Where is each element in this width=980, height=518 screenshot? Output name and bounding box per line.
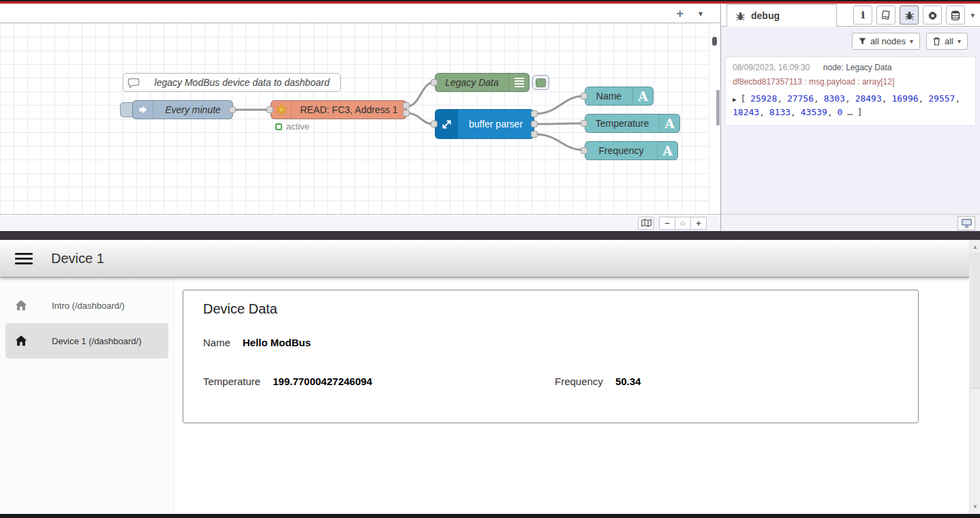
wire[interactable]: [535, 134, 583, 150]
port-parser-out3[interactable]: [531, 131, 538, 138]
canvas-scrollbar: [709, 23, 720, 214]
sidebar-menu-caret-icon[interactable]: ▾: [970, 11, 975, 20]
port-name-in[interactable]: [581, 93, 587, 100]
ui-text-label: Name: [585, 91, 632, 102]
modbus-read-node[interactable]: READ: FC3, Address 1: [271, 100, 407, 119]
dashboard-nav: Intro (/dashboard/) Device 1 (/dashboard…: [0, 278, 174, 514]
inject-node[interactable]: Every minute: [132, 100, 233, 119]
debug-filter-row: all nodes ▾ all ▾: [721, 27, 980, 55]
bug-icon: [735, 11, 746, 21]
port-debug-in[interactable]: [431, 79, 438, 86]
debug-node[interactable]: Legacy Data: [435, 73, 530, 92]
flow-canvas[interactable]: legacy ModBus device data to dashboard E…: [0, 23, 709, 214]
port-modbus-out1[interactable]: [403, 102, 410, 109]
filter-nodes-button[interactable]: all nodes ▾: [852, 33, 920, 50]
debug-message-meta: df8ecbd817357113 : msg.payload : array[1…: [733, 77, 968, 87]
debug-message-source: node: Legacy Data: [823, 63, 892, 72]
port-modbus-out2[interactable]: [403, 110, 410, 117]
canvas-footer: − ○ +: [0, 214, 720, 231]
status-square-icon: [275, 123, 282, 130]
info-icon: i: [861, 9, 866, 21]
flow-menu-caret-icon[interactable]: ▾: [699, 9, 703, 18]
text-a-icon: A: [657, 142, 677, 159]
funnel-icon: [859, 37, 866, 45]
scroll-up-icon[interactable]: ▲: [970, 244, 980, 250]
port-parser-out2[interactable]: [531, 121, 538, 127]
menu-hamburger-icon[interactable]: [15, 253, 33, 264]
minimap-button[interactable]: [638, 217, 654, 230]
nav-item-label: Device 1 (/dashboard/): [52, 336, 142, 346]
device-data-card: Device Data Name Hello ModBus Temperatur…: [183, 290, 919, 423]
debug-enable-toggle[interactable]: [532, 75, 549, 90]
workspace-tabbar: + ▾: [0, 4, 720, 23]
nav-item-intro[interactable]: Intro (/dashboard/): [5, 288, 168, 323]
field-value: Hello ModBus: [243, 337, 311, 348]
field-value: 199.77000427246094: [273, 376, 372, 387]
debug-message[interactable]: 08/09/2023, 16:09:30 node: Legacy Data d…: [725, 57, 976, 126]
filter-nodes-label: all nodes: [870, 36, 906, 46]
scrollbar-thumb[interactable]: [970, 252, 980, 388]
nav-item-label: Intro (/dashboard/): [52, 301, 125, 311]
wire[interactable]: [535, 96, 583, 114]
field-label: Name: [203, 337, 230, 348]
debug-payload-value[interactable]: ▶[ 25928, 27756, 8303, 28493, 16996, 295…: [733, 92, 968, 119]
dashboard-scrollbar: ▲ ▼: [969, 240, 980, 514]
modbus-node-label: READ: FC3, Address 1: [292, 104, 406, 115]
buffer-parser-node[interactable]: buffer parser: [435, 109, 534, 139]
wire[interactable]: [535, 123, 583, 124]
info-tab-button[interactable]: i: [853, 5, 872, 25]
port-frequency-in[interactable]: [581, 147, 587, 154]
nav-item-device1[interactable]: Device 1 (/dashboard/): [5, 323, 168, 359]
wire[interactable]: [407, 82, 433, 106]
field-name: Name Hello ModBus: [203, 337, 311, 348]
port-temperature-in[interactable]: [581, 120, 587, 127]
inject-arrow-icon: [133, 101, 153, 119]
modbus-gear-icon: [271, 101, 292, 119]
port-inject-out[interactable]: [229, 106, 236, 113]
gear-icon: [928, 10, 938, 20]
context-tab-button[interactable]: [946, 5, 965, 25]
port-parser-out1[interactable]: [531, 110, 538, 117]
dashboard-window: Device 1 Intro (/dashboard/) Device 1 (/…: [0, 240, 980, 514]
zoom-in-button[interactable]: +: [690, 217, 707, 230]
debug-node-label: Legacy Data: [435, 77, 508, 88]
scroll-down-icon[interactable]: ▼: [970, 504, 980, 510]
debug-list-icon: [508, 74, 529, 91]
field-label: Temperature: [203, 376, 260, 387]
screen: + ▾ legacy ModBus device data to dashboa…: [0, 0, 980, 518]
port-modbus-in[interactable]: [266, 106, 273, 113]
zoom-out-button[interactable]: −: [659, 217, 675, 230]
bottom-border: [0, 514, 980, 518]
zoom-reset-button[interactable]: ○: [675, 217, 691, 230]
text-a-icon: A: [632, 87, 653, 105]
home-icon: [14, 298, 29, 313]
clear-messages-button[interactable]: all ▾: [926, 33, 968, 50]
port-parser-in[interactable]: [431, 121, 438, 127]
field-temperature: Temperature 199.77000427246094: [203, 376, 372, 387]
wire[interactable]: [407, 113, 433, 124]
database-icon: [951, 10, 960, 20]
field-label: Frequency: [555, 376, 603, 387]
canvas-scroll-thumb[interactable]: [716, 90, 720, 125]
ui-text-node-temperature[interactable]: Temperature A: [585, 114, 680, 133]
help-tab-button[interactable]: [876, 5, 895, 25]
open-debug-window-button[interactable]: [958, 216, 975, 230]
ui-text-label: Frequency: [585, 145, 657, 156]
comment-node[interactable]: legacy ModBus device data to dashboard: [123, 73, 341, 92]
config-tab-button[interactable]: [923, 5, 942, 25]
tab-debug-label: debug: [751, 10, 780, 21]
ui-text-node-frequency[interactable]: Frequency A: [585, 141, 678, 160]
modbus-node-status: active: [275, 121, 309, 132]
sidebar-tabbar: debug i: [721, 4, 980, 27]
add-flow-button[interactable]: +: [676, 7, 684, 20]
caret-down-icon: ▾: [958, 37, 961, 45]
comment-bubble-icon: [123, 74, 144, 91]
debug-tab-button[interactable]: [900, 5, 919, 25]
card-title: Device Data: [203, 301, 277, 317]
ui-text-node-name[interactable]: Name A: [585, 87, 654, 106]
inject-node-label: Every minute: [153, 104, 232, 115]
canvas-scroll-dot[interactable]: [712, 37, 717, 46]
parser-node-label: buffer parser: [458, 119, 534, 130]
bug-icon: [904, 10, 915, 20]
tab-debug[interactable]: debug: [726, 4, 837, 27]
